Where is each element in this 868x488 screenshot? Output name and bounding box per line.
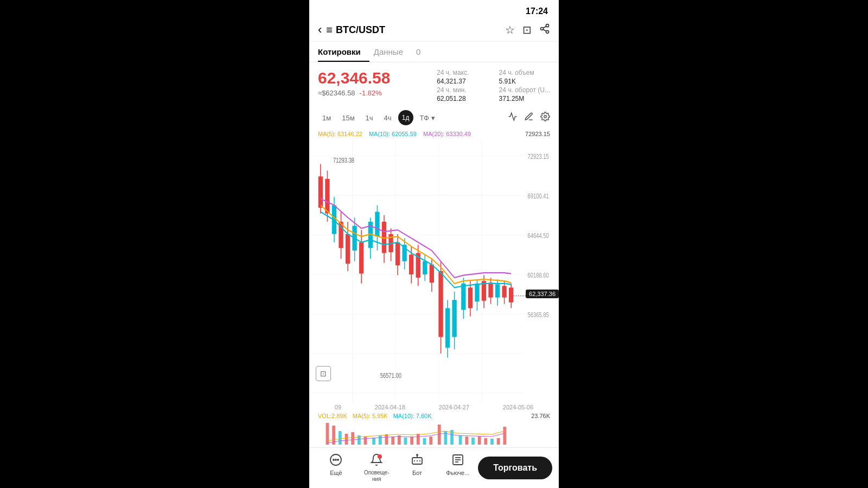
bot-icon: [411, 453, 424, 468]
svg-line-3: [543, 29, 546, 31]
tab-data[interactable]: Данные: [374, 42, 412, 62]
settings-icon[interactable]: [540, 112, 550, 124]
svg-rect-32: [359, 242, 363, 274]
price-main: 62,346.58: [318, 69, 390, 87]
nav-alerts[interactable]: Оповеще-ния: [356, 451, 397, 485]
svg-text:56365.85: 56365.85: [528, 310, 550, 318]
trade-button[interactable]: Торговать: [478, 457, 552, 479]
star-icon[interactable]: ☆: [505, 23, 515, 37]
svg-rect-90: [385, 434, 388, 445]
draw-icon[interactable]: [524, 112, 534, 124]
svg-rect-106: [490, 439, 494, 445]
stat-value-2: 62,051.28: [437, 95, 488, 102]
tabs-bar: Котировки Данные 0: [309, 42, 559, 62]
expand-icon[interactable]: ⊡: [316, 366, 331, 381]
nav-bot-label: Бот: [412, 470, 422, 477]
price-usd: ≈$62346.58: [318, 89, 355, 97]
edit-icon[interactable]: ⊡: [522, 23, 532, 37]
tf-dropdown[interactable]: ТФ ▾: [416, 112, 439, 124]
svg-rect-85: [351, 432, 354, 445]
svg-text:69100.41: 69100.41: [528, 192, 549, 200]
time: 17:24: [526, 7, 548, 16]
svg-rect-56: [445, 308, 450, 348]
svg-rect-89: [379, 435, 382, 445]
header: ‹ ≡ BTC/USDT ☆ ⊡: [309, 18, 559, 42]
volume-section: VOL:2.89K MA(5): 5.95K MA(10): 7.60K 23.…: [309, 412, 559, 447]
volume-chart: [318, 420, 550, 447]
svg-rect-87: [364, 436, 367, 445]
status-bar: 17:24: [309, 0, 559, 18]
nav-more[interactable]: Ещё: [316, 451, 356, 485]
vol-ma5: MA(5): 5.95K: [353, 413, 388, 419]
share-icon[interactable]: [539, 23, 550, 37]
svg-text:56571.00: 56571.00: [380, 371, 402, 380]
stat-value-3: 371.25M: [499, 95, 550, 102]
nav-alerts-label: Оповеще-ния: [364, 470, 390, 483]
tf-15m[interactable]: 15м: [337, 112, 359, 124]
svg-rect-81: [326, 423, 329, 445]
date-0: 09: [335, 404, 341, 410]
ma5-indicator[interactable]: MA(5): 63146.22: [318, 131, 362, 137]
nav-items: Ещё Оповеще-ния: [316, 451, 478, 485]
alerts-icon: [370, 453, 383, 468]
svg-text:71293.38: 71293.38: [333, 156, 355, 164]
price-change: -1.82%: [360, 89, 382, 97]
chart-area[interactable]: 71293.38 56571.00: [309, 139, 559, 403]
svg-text:72923.15: 72923.15: [528, 152, 550, 160]
svg-rect-74: [509, 287, 513, 302]
svg-point-110: [333, 459, 334, 460]
ma20-indicator[interactable]: MA(20): 63330.49: [423, 131, 471, 137]
stat-label-0: 24 ч. макс.: [437, 69, 488, 76]
ma-right-value: 72923.15: [525, 131, 550, 137]
svg-rect-108: [503, 427, 506, 445]
vol-label: VOL:2.89K: [318, 413, 347, 419]
stat-value-1: 5.91K: [499, 78, 550, 85]
vol-ma10: MA(10): 7.60K: [393, 413, 432, 419]
svg-rect-22: [325, 179, 329, 214]
tab-zero[interactable]: 0: [416, 42, 429, 62]
nav-futures-label: Фьюче...: [446, 470, 469, 477]
current-price-label: 62,337.36: [526, 290, 559, 298]
svg-rect-95: [417, 434, 420, 445]
svg-point-115: [417, 454, 418, 455]
candlestick-chart: 71293.38 56571.00: [309, 139, 559, 403]
vol-right: 23.76K: [531, 413, 550, 419]
svg-text:60188.60: 60188.60: [528, 271, 550, 279]
svg-point-2: [546, 30, 549, 33]
svg-rect-68: [488, 282, 493, 297]
menu-icon: ≡: [326, 24, 333, 36]
tab-quotes[interactable]: Котировки: [318, 42, 369, 62]
svg-rect-94: [410, 436, 413, 445]
svg-point-0: [546, 24, 549, 27]
svg-rect-70: [495, 284, 500, 297]
svg-rect-28: [346, 234, 350, 264]
volume-labels: VOL:2.89K MA(5): 5.95K MA(10): 7.60K 23.…: [318, 413, 550, 419]
svg-rect-72: [502, 286, 506, 297]
date-1: 2024-04-18: [375, 404, 405, 410]
pair-title: BTC/USDT: [336, 24, 505, 36]
svg-rect-84: [345, 434, 348, 445]
stat-label-3: 24 ч. оборот (U...: [499, 86, 550, 94]
tf-1d[interactable]: 1д: [398, 110, 413, 125]
back-button[interactable]: ‹: [318, 23, 322, 37]
svg-text:64644.50: 64644.50: [528, 231, 550, 239]
nav-futures[interactable]: Фьюче...: [437, 451, 478, 485]
timeframe-bar: 1м 15м 1ч 4ч 1д ТФ ▾: [309, 107, 559, 129]
svg-rect-101: [459, 435, 462, 445]
svg-rect-62: [468, 287, 473, 308]
tf-1h[interactable]: 1ч: [361, 112, 378, 124]
bottom-nav: Ещё Оповеще-ния: [309, 447, 559, 488]
futures-icon: [451, 453, 464, 468]
chart-type-icon[interactable]: [508, 112, 518, 124]
nav-bot[interactable]: Бот: [397, 451, 438, 485]
svg-point-5: [544, 115, 547, 118]
tf-1m[interactable]: 1м: [318, 112, 335, 124]
svg-point-112: [337, 459, 339, 460]
date-3: 2024-05-06: [503, 404, 533, 410]
svg-rect-20: [318, 176, 323, 208]
tf-4h[interactable]: 4ч: [380, 112, 396, 124]
price-sub: ≈$62346.58 -1.82%: [318, 89, 390, 97]
header-actions: ☆ ⊡: [505, 23, 550, 37]
svg-rect-46: [409, 255, 413, 274]
ma10-indicator[interactable]: MA(10): 62055.59: [369, 131, 417, 137]
